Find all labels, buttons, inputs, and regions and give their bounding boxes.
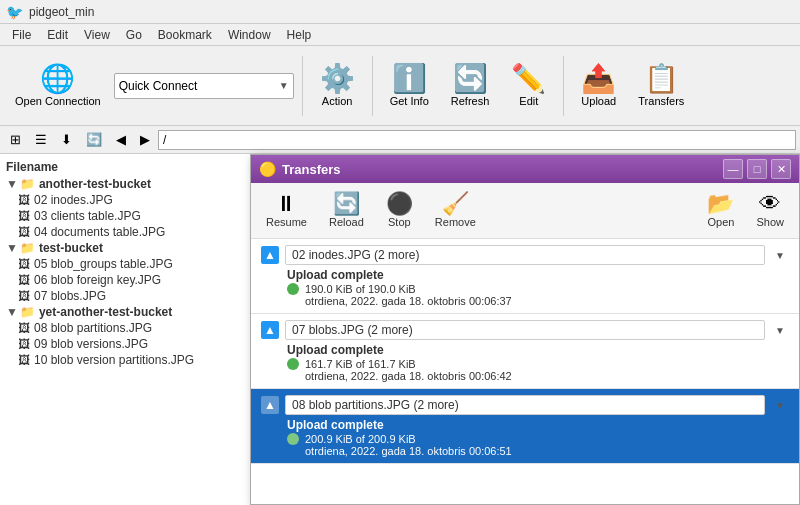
menu-edit[interactable]: Edit <box>39 26 76 44</box>
path-input[interactable] <box>158 130 796 150</box>
file-icon: 🖼 <box>18 353 30 367</box>
tree-file-04-documents[interactable]: 🖼 04 documents table.JPG <box>0 224 259 240</box>
tree-file-03-clients[interactable]: 🖼 03 clients table.JPG <box>0 208 259 224</box>
quick-connect-dropdown-arrow[interactable]: ▼ <box>279 80 289 91</box>
expand-icon: ▼ <box>6 241 18 255</box>
transfer-expand-icon[interactable]: ▼ <box>771 250 789 261</box>
tree-file-09-blob-versions[interactable]: 🖼 09 blob versions.JPG <box>0 336 259 352</box>
menu-go[interactable]: Go <box>118 26 150 44</box>
toolbar-sep-2 <box>372 56 373 116</box>
open-icon: 📂 <box>707 193 734 215</box>
tree-file-08-blob-partitions[interactable]: 🖼 08 blob partitions.JPG <box>0 320 259 336</box>
dialog-title-icon: 🟡 <box>259 161 276 177</box>
stop-button[interactable]: ⚫ Stop <box>379 190 420 231</box>
refresh-icon: 🔄 <box>453 65 488 93</box>
tree-file-label: 06 blob foreign key.JPG <box>34 273 161 287</box>
menu-bar: File Edit View Go Bookmark Window Help <box>0 24 800 46</box>
show-button[interactable]: 👁 Show <box>749 190 791 231</box>
toolbar2-icon-btn3[interactable]: ⬇ <box>55 129 78 150</box>
menu-view[interactable]: View <box>76 26 118 44</box>
transfer-filename: 08 blob partitions.JPG (2 more) <box>285 395 765 415</box>
remove-label: Remove <box>435 216 476 228</box>
menu-file[interactable]: File <box>4 26 39 44</box>
tree-file-06-blob-foreign[interactable]: 🖼 06 blob foreign key.JPG <box>0 272 259 288</box>
upload-arrow-icon: ▲ <box>261 246 279 264</box>
tree-folder-label: test-bucket <box>39 241 103 255</box>
open-connection-icon: 🌐 <box>40 65 75 93</box>
tree-folder-another-test-bucket[interactable]: ▼ 📁 another-test-bucket <box>0 176 259 192</box>
quick-connect-input[interactable] <box>119 79 279 93</box>
edit-label: Edit <box>519 95 538 107</box>
stop-label: Stop <box>388 216 411 228</box>
refresh-button[interactable]: 🔄 Refresh <box>442 60 499 112</box>
transfers-dialog: 🟡 Transfers — □ ✕ ⏸ Resume 🔄 Reload ⚫ St… <box>250 154 800 505</box>
secondary-toolbar: ⊞ ☰ ⬇ 🔄 ◀ ▶ <box>0 126 800 154</box>
upload-arrow-icon: ▲ <box>261 321 279 339</box>
remove-button[interactable]: 🧹 Remove <box>428 190 483 231</box>
success-dot-icon <box>287 358 299 370</box>
transfer-detail: 161.7 KiB of 161.7 KiB <box>287 358 789 370</box>
edit-button[interactable]: ✏️ Edit <box>502 60 555 112</box>
stop-icon: ⚫ <box>386 193 413 215</box>
app-icon: 🐦 <box>6 4 23 20</box>
transfer-filename: 02 inodes.JPG (2 more) <box>285 245 765 265</box>
tree-file-07-blobs[interactable]: 🖼 07 blobs.JPG <box>0 288 259 304</box>
transfer-timestamp-text: otrdiena, 2022. gada 18. oktobris 00:06:… <box>305 445 512 457</box>
transfer-size: 161.7 KiB of 161.7 KiB <box>305 358 416 370</box>
reload-label: Reload <box>329 216 364 228</box>
transfers-icon: 📋 <box>644 65 679 93</box>
get-info-label: Get Info <box>390 95 429 107</box>
transfer-item[interactable]: ▲ 07 blobs.JPG (2 more) ▼ Upload complet… <box>251 314 799 389</box>
tree-folder-test-bucket[interactable]: ▼ 📁 test-bucket <box>0 240 259 256</box>
tree-file-02-inodes[interactable]: 🖼 02 inodes.JPG <box>0 192 259 208</box>
transfer-expand-icon[interactable]: ▼ <box>771 400 789 411</box>
tree-file-05-blob-groups[interactable]: 🖼 05 blob_groups table.JPG <box>0 256 259 272</box>
upload-label: Upload <box>581 95 616 107</box>
dialog-maximize-button[interactable]: □ <box>747 159 767 179</box>
folder-icon: 📁 <box>20 305 35 319</box>
transfer-item[interactable]: ▲ 02 inodes.JPG (2 more) ▼ Upload comple… <box>251 239 799 314</box>
transfer-status: Upload complete <box>287 268 789 282</box>
reload-button[interactable]: 🔄 Reload <box>322 190 371 231</box>
action-button[interactable]: ⚙️ Action <box>311 60 364 112</box>
menu-help[interactable]: Help <box>279 26 320 44</box>
folder-icon: 📁 <box>20 241 35 255</box>
file-icon: 🖼 <box>18 337 30 351</box>
remove-icon: 🧹 <box>442 193 469 215</box>
upload-button[interactable]: 📤 Upload <box>572 60 625 112</box>
dialog-close-button[interactable]: ✕ <box>771 159 791 179</box>
transfer-item[interactable]: ▲ 08 blob partitions.JPG (2 more) ▼ Uplo… <box>251 389 799 464</box>
transfer-timestamp: otrdiena, 2022. gada 18. oktobris 00:06:… <box>287 295 789 307</box>
transfer-size: 190.0 KiB of 190.0 KiB <box>305 283 416 295</box>
toolbar2-icon-btn2[interactable]: ☰ <box>29 129 53 150</box>
toolbar2-icon-btn1[interactable]: ⊞ <box>4 129 27 150</box>
app-title: pidgeot_min <box>29 5 94 19</box>
open-button[interactable]: 📂 Open <box>700 190 741 231</box>
tree-folder-yet-another-test-bucket[interactable]: ▼ 📁 yet-another-test-bucket <box>0 304 259 320</box>
transfers-button[interactable]: 📋 Transfers <box>629 60 693 112</box>
dialog-minimize-button[interactable]: — <box>723 159 743 179</box>
file-icon: 🖼 <box>18 209 30 223</box>
menu-bookmark[interactable]: Bookmark <box>150 26 220 44</box>
resume-button[interactable]: ⏸ Resume <box>259 190 314 231</box>
show-icon: 👁 <box>759 193 781 215</box>
transfer-size: 200.9 KiB of 200.9 KiB <box>305 433 416 445</box>
transfer-status: Upload complete <box>287 343 789 357</box>
tree-file-label: 10 blob version partitions.JPG <box>34 353 194 367</box>
toolbar2-back-btn[interactable]: ◀ <box>110 129 132 150</box>
action-label: Action <box>322 95 353 107</box>
file-icon: 🖼 <box>18 273 30 287</box>
open-connection-button[interactable]: 🌐 Open Connection <box>6 60 110 112</box>
quick-connect-wrapper: ▼ <box>114 73 294 99</box>
open-connection-label: Open Connection <box>15 95 101 107</box>
toolbar2-forward-btn[interactable]: ▶ <box>134 129 156 150</box>
transfer-expand-icon[interactable]: ▼ <box>771 325 789 336</box>
success-dot-icon <box>287 283 299 295</box>
tree-file-10-blob-version-partitions[interactable]: 🖼 10 blob version partitions.JPG <box>0 352 259 368</box>
file-icon: 🖼 <box>18 321 30 335</box>
menu-window[interactable]: Window <box>220 26 279 44</box>
get-info-button[interactable]: ℹ️ Get Info <box>381 60 438 112</box>
transfer-status: Upload complete <box>287 418 789 432</box>
expand-icon: ▼ <box>6 177 18 191</box>
toolbar2-icon-btn4[interactable]: 🔄 <box>80 129 108 150</box>
